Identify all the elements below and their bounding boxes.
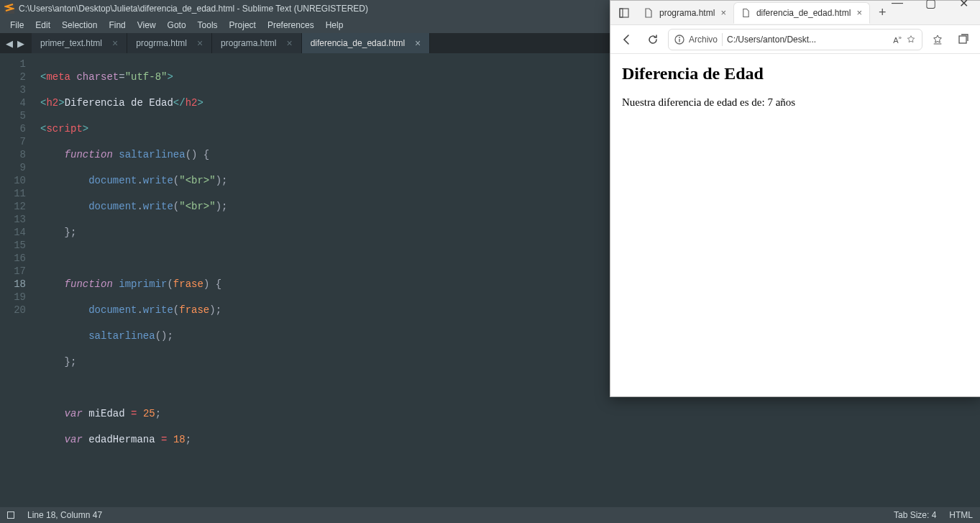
tab-label: primer_text.html bbox=[40, 38, 102, 48]
page-body-text: Nuestra diferencia de edad es de: 7 años bbox=[622, 96, 968, 109]
address-url: C:/Users/anton/Deskt... bbox=[727, 35, 889, 45]
tab-label: progrma.html bbox=[136, 38, 187, 48]
svg-rect-7 bbox=[959, 36, 966, 43]
browser-viewport[interactable]: Diferencia de Edad Nuestra diferencia de… bbox=[610, 54, 980, 396]
browser-tab-label: programa.html bbox=[659, 8, 715, 18]
page-heading: Diferencia de Edad bbox=[622, 64, 968, 83]
tab-actions-icon[interactable] bbox=[616, 5, 632, 21]
collections-icon[interactable] bbox=[953, 29, 974, 50]
svg-rect-4 bbox=[679, 39, 679, 42]
svg-rect-1 bbox=[620, 9, 628, 17]
browser-window: programa.html × diferencia_de_edad.html … bbox=[610, 0, 980, 397]
menu-find[interactable]: Find bbox=[103, 20, 131, 30]
window-title: C:\Users\anton\Desktop\Julieta\diferenci… bbox=[19, 4, 368, 14]
menu-edit[interactable]: Edit bbox=[29, 20, 56, 30]
status-syntax[interactable]: HTML bbox=[949, 510, 973, 520]
favorite-icon[interactable] bbox=[906, 35, 916, 45]
tab-diferencia[interactable]: diferencia_de_edad.html × bbox=[302, 33, 431, 53]
status-cursor: Line 18, Column 47 bbox=[27, 510, 102, 520]
read-aloud-icon[interactable]: A» bbox=[893, 35, 902, 45]
tab-progrma[interactable]: progrma.html × bbox=[127, 33, 212, 53]
sublime-logo-icon bbox=[4, 4, 14, 14]
svg-point-5 bbox=[679, 37, 680, 38]
browser-minimize-button[interactable]: — bbox=[881, 0, 914, 9]
tab-programa[interactable]: programa.html × bbox=[212, 33, 302, 53]
address-label: Archivo bbox=[689, 35, 718, 45]
browser-tab-diferencia[interactable]: diferencia_de_edad.html × bbox=[733, 2, 870, 24]
svg-rect-2 bbox=[620, 9, 623, 17]
favorites-bar-icon[interactable] bbox=[927, 29, 948, 50]
menu-help[interactable]: Help bbox=[320, 20, 349, 30]
info-icon bbox=[674, 35, 684, 45]
menu-goto[interactable]: Goto bbox=[162, 20, 192, 30]
menu-file[interactable]: File bbox=[4, 20, 29, 30]
back-button[interactable] bbox=[616, 29, 638, 50]
status-panel-icon[interactable] bbox=[7, 511, 14, 519]
browser-tab-programa[interactable]: programa.html × bbox=[636, 2, 733, 24]
close-tab-icon[interactable]: × bbox=[112, 37, 118, 49]
close-tab-icon[interactable]: × bbox=[415, 37, 421, 49]
menu-tools[interactable]: Tools bbox=[192, 20, 224, 30]
close-tab-icon[interactable]: × bbox=[197, 37, 203, 49]
browser-close-button[interactable]: ✕ bbox=[947, 0, 980, 9]
document-icon bbox=[741, 8, 751, 18]
browser-tab-row: programa.html × diferencia_de_edad.html … bbox=[610, 1, 980, 25]
tab-label: diferencia_de_edad.html bbox=[311, 38, 405, 48]
browser-tab-label: diferencia_de_edad.html bbox=[756, 8, 851, 18]
address-bar[interactable]: Archivo C:/Users/anton/Deskt... A» bbox=[668, 29, 922, 50]
status-tab-size[interactable]: Tab Size: 4 bbox=[894, 510, 936, 520]
menu-view[interactable]: View bbox=[132, 20, 162, 30]
tab-nav-arrows: ◀ ▶ bbox=[0, 33, 32, 53]
close-tab-icon[interactable]: × bbox=[720, 7, 726, 18]
close-tab-icon[interactable]: × bbox=[856, 7, 862, 18]
tab-next-icon[interactable]: ▶ bbox=[17, 38, 24, 49]
browser-toolbar: Archivo C:/Users/anton/Deskt... A» bbox=[610, 25, 980, 54]
status-bar: Line 18, Column 47 Tab Size: 4 HTML bbox=[0, 507, 980, 523]
tab-primer-text[interactable]: primer_text.html × bbox=[32, 33, 127, 53]
menu-project[interactable]: Project bbox=[224, 20, 262, 30]
menu-preferences[interactable]: Preferences bbox=[262, 20, 320, 30]
document-icon bbox=[644, 8, 654, 18]
close-tab-icon[interactable]: × bbox=[286, 37, 292, 49]
tab-prev-icon[interactable]: ◀ bbox=[6, 38, 13, 49]
browser-maximize-button[interactable]: ▢ bbox=[914, 0, 947, 9]
tab-label: programa.html bbox=[221, 38, 276, 48]
separator bbox=[722, 33, 723, 46]
refresh-button[interactable] bbox=[642, 29, 664, 50]
menu-selection[interactable]: Selection bbox=[56, 20, 103, 30]
line-number-gutter: 1234567891011121314151617181920 bbox=[0, 53, 35, 507]
